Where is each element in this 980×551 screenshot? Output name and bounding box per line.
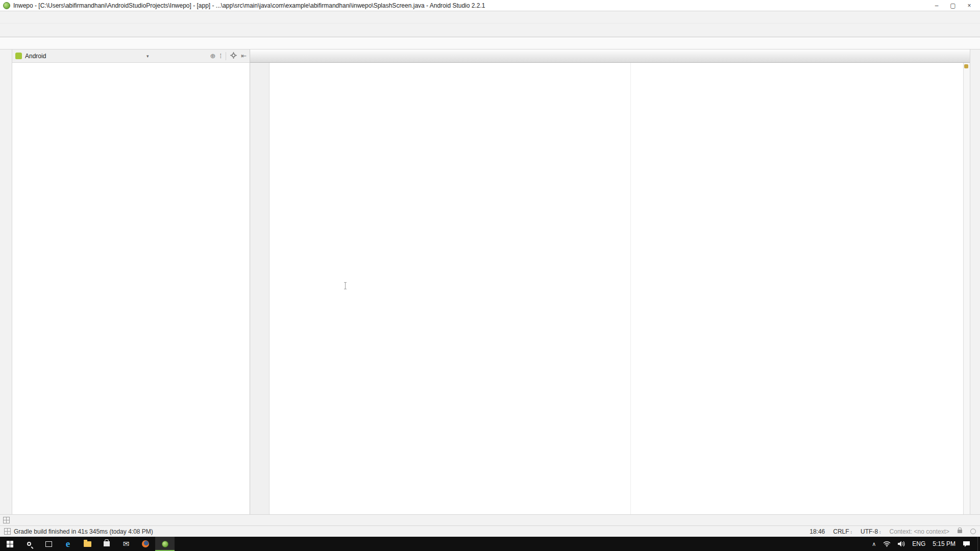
bottom-toolwindow-bar bbox=[0, 514, 980, 525]
windows-taskbar: e ✉ ∧ ENG 5:15 PM bbox=[0, 537, 980, 551]
status-message: Gradle build finished in 41s 345ms (toda… bbox=[14, 528, 153, 535]
settings-gear-icon[interactable] bbox=[230, 52, 237, 60]
line-separator-indicator[interactable]: CRLF bbox=[833, 528, 852, 535]
status-bar: Gradle build finished in 41s 345ms (toda… bbox=[0, 525, 980, 537]
task-view-icon[interactable] bbox=[39, 537, 58, 551]
android-view-icon bbox=[15, 53, 22, 59]
right-toolwindow-stripe bbox=[970, 49, 980, 514]
chevron-down-icon[interactable]: ▾ bbox=[146, 54, 149, 59]
project-view-selector-label: Android bbox=[25, 53, 46, 60]
breadcrumb bbox=[0, 37, 980, 49]
android-studio-logo-icon bbox=[3, 2, 10, 9]
hector-inspector-icon[interactable] bbox=[970, 529, 976, 534]
menu-bar bbox=[0, 11, 980, 23]
maximize-button[interactable]: ▢ bbox=[945, 1, 961, 10]
clock[interactable]: 5:15 PM bbox=[933, 540, 955, 547]
inspection-indicator-icon bbox=[964, 64, 968, 68]
lock-icon[interactable] bbox=[958, 530, 962, 533]
code-editor[interactable] bbox=[250, 63, 970, 514]
mouse-cursor-ibeam bbox=[345, 282, 346, 289]
android-studio-taskbar-icon[interactable] bbox=[155, 537, 175, 551]
volume-icon[interactable] bbox=[898, 541, 905, 547]
toolwindow-switcher-icon[interactable] bbox=[4, 528, 11, 535]
encoding-indicator[interactable]: UTF-8 bbox=[861, 528, 881, 535]
editor-tab-bar bbox=[250, 49, 970, 63]
project-toolwindow: Android ▾ ⊕ ⁞ ⇤ bbox=[12, 49, 250, 514]
language-indicator[interactable]: ENG bbox=[912, 540, 925, 547]
left-toolwindow-stripe bbox=[0, 49, 12, 514]
action-center-icon[interactable] bbox=[963, 541, 970, 547]
project-tree bbox=[12, 63, 250, 514]
locate-icon[interactable]: ⊕ bbox=[210, 52, 216, 60]
mail-icon[interactable]: ✉ bbox=[116, 537, 136, 551]
project-panel-header: Android ▾ ⊕ ⁞ ⇤ bbox=[12, 49, 250, 63]
editor-gutter bbox=[250, 63, 270, 514]
title-bar: Inwepo - [C:\Users\abifirmandhani\Androi… bbox=[0, 0, 980, 11]
project-view-selector[interactable]: Android bbox=[25, 53, 146, 60]
minimize-button[interactable]: – bbox=[929, 1, 944, 10]
close-button[interactable]: × bbox=[962, 1, 977, 10]
taskbar-search-icon[interactable] bbox=[19, 537, 39, 551]
store-icon[interactable] bbox=[97, 537, 116, 551]
start-button[interactable] bbox=[0, 537, 19, 551]
show-desktop-button[interactable] bbox=[977, 537, 980, 551]
collapse-all-icon[interactable]: ⁞ bbox=[219, 52, 222, 60]
caret-position-indicator[interactable]: 18:46 bbox=[810, 528, 825, 535]
hidden-icons-chevron[interactable]: ∧ bbox=[872, 541, 876, 547]
hide-panel-icon[interactable]: ⇤ bbox=[241, 52, 247, 60]
editor-area bbox=[250, 49, 970, 514]
window-title: Inwepo - [C:\Users\abifirmandhani\Androi… bbox=[13, 2, 929, 9]
system-tray: ∧ ENG 5:15 PM bbox=[872, 540, 973, 547]
firefox-icon[interactable] bbox=[136, 537, 155, 551]
context-indicator: Context: <no context> bbox=[890, 528, 949, 535]
toolwindow-corner-icon[interactable] bbox=[3, 517, 10, 523]
android-studio-window: Inwepo - [C:\Users\abifirmandhani\Androi… bbox=[0, 0, 980, 551]
error-stripe-scrollbar[interactable] bbox=[963, 63, 970, 514]
file-explorer-icon[interactable] bbox=[78, 537, 97, 551]
main-toolbar bbox=[0, 23, 980, 37]
divider bbox=[226, 52, 226, 60]
code-text bbox=[270, 63, 963, 514]
edge-icon[interactable]: e bbox=[58, 537, 78, 551]
wifi-icon[interactable] bbox=[883, 541, 891, 547]
